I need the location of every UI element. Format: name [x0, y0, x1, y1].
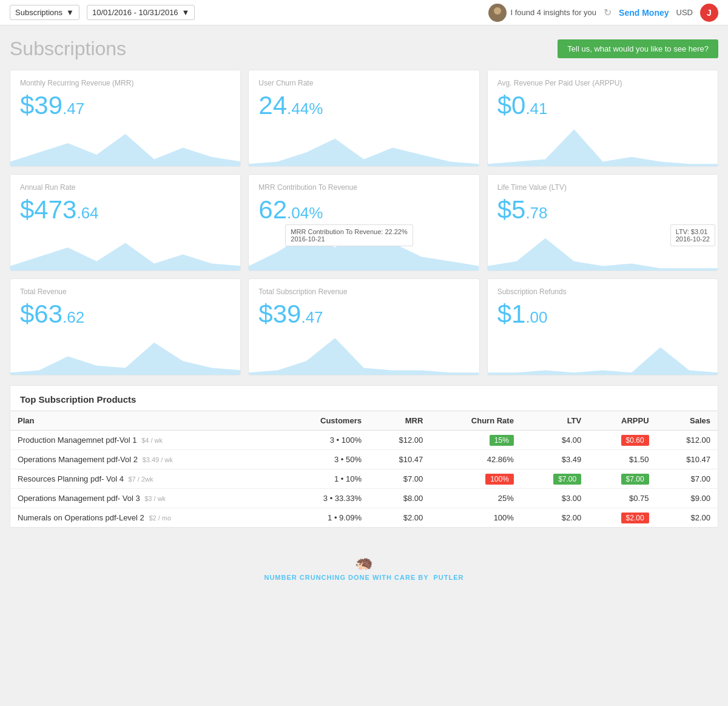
- insights-text: I found 4 insights for you: [510, 8, 596, 17]
- cell-mrr-0: $12.00: [369, 431, 430, 450]
- page-title: Subscriptions: [10, 38, 126, 60]
- calendar-icon: ▼: [182, 8, 190, 17]
- cell-plan-2: Resources Planning pdf- Vol 4 $7 / 2wk: [10, 469, 280, 489]
- table-body: Production Managemnet pdf-Vol 1 $4 / wk3…: [10, 431, 718, 528]
- cell-customers-1: 3 • 50%: [280, 450, 369, 469]
- page-body: Subscriptions Tell us, what would you li…: [0, 25, 728, 540]
- header: Subscriptions ▼ 10/01/2016 - 10/31/2016 …: [0, 0, 728, 25]
- table-row-0[interactable]: Production Managemnet pdf-Vol 1 $4 / wk3…: [10, 431, 718, 450]
- cell-customers-3: 3 • 33.33%: [280, 489, 369, 508]
- sparkline-1: [249, 118, 479, 166]
- page-title-row: Subscriptions Tell us, what would you li…: [10, 38, 718, 60]
- cell-churn-4: 100%: [430, 508, 521, 528]
- subscriptions-dropdown[interactable]: Subscriptions ▼: [10, 5, 79, 20]
- col-header-4: LTV: [521, 411, 588, 431]
- cell-mrr-2: $7.00: [369, 469, 430, 489]
- metric-label-0: Monthly Recurring Revenue (MRR): [20, 79, 231, 87]
- cell-customers-2: 1 • 10%: [280, 469, 369, 489]
- table-title: Top Subscription Products: [10, 386, 718, 411]
- cell-churn-2: 100%: [430, 469, 521, 489]
- sparkline-3: [10, 222, 240, 271]
- table-row-4[interactable]: Numerals on Operations pdf-Level 2 $2 / …: [10, 508, 718, 528]
- cell-ltv-2: $7.00: [521, 469, 588, 489]
- cell-arppu-0: $0.60: [588, 431, 656, 450]
- cell-plan-3: Operations Management pdf- Vol 3 $3 / wk: [10, 489, 280, 508]
- svg-point-0: [494, 7, 501, 15]
- metric-label-1: User Churn Rate: [258, 79, 469, 87]
- metric-card-7[interactable]: Total Subscription Revenue$39.47: [248, 278, 479, 375]
- sparkline-7: [249, 326, 479, 375]
- cell-customers-4: 1 • 9.09%: [280, 508, 369, 528]
- metric-value-3: $473.64: [20, 195, 231, 224]
- metric-value-4: 62.04%: [258, 195, 469, 224]
- metric-label-2: Avg. Revenue Per Paid User (ARPPU): [497, 79, 708, 87]
- metric-card-4[interactable]: MRR Contribution To Revenue62.04% MRR Co…: [248, 174, 479, 271]
- cell-churn-0: 15%: [430, 431, 521, 450]
- metric-card-3[interactable]: Annual Run Rate$473.64: [10, 174, 241, 271]
- cell-ltv-0: $4.00: [521, 431, 588, 450]
- col-header-0: Plan: [10, 411, 280, 431]
- refresh-icon[interactable]: ↻: [604, 7, 612, 18]
- table-header-row: PlanCustomersMRRChurn RateLTVARPPUSales: [10, 411, 718, 431]
- cell-churn-3: 25%: [430, 489, 521, 508]
- metric-card-8[interactable]: Subscription Refunds$1.00: [487, 278, 718, 375]
- metric-card-1[interactable]: User Churn Rate24.44%: [248, 70, 479, 167]
- metric-card-0[interactable]: Monthly Recurring Revenue (MRR)$39.47: [10, 70, 241, 167]
- cell-sales-3: $9.00: [656, 489, 718, 508]
- cell-arppu-3: $0.75: [588, 489, 656, 508]
- cell-churn-1: 42.86%: [430, 450, 521, 469]
- cell-ltv-1: $3.49: [521, 450, 588, 469]
- cell-sales-2: $7.00: [656, 469, 718, 489]
- footer-icon: 🦔: [15, 554, 713, 571]
- sparkline-5: [488, 222, 718, 271]
- date-range-picker[interactable]: 10/01/2016 - 10/31/2016 ▼: [87, 5, 195, 20]
- sparkline-0: [10, 118, 240, 166]
- metric-label-4: MRR Contribution To Revenue: [258, 183, 469, 192]
- table-row-1[interactable]: Operations Management pdf-Vol 2 $3.49 / …: [10, 450, 718, 469]
- cell-plan-1: Operations Management pdf-Vol 2 $3.49 / …: [10, 450, 280, 469]
- col-header-1: Customers: [280, 411, 369, 431]
- currency-label: USD: [676, 8, 693, 17]
- cell-sales-4: $2.00: [656, 508, 718, 528]
- metric-label-7: Total Subscription Revenue: [258, 287, 469, 296]
- col-header-3: Churn Rate: [430, 411, 521, 431]
- metric-value-2: $0.41: [497, 91, 708, 120]
- cell-arppu-4: $2.00: [588, 508, 656, 528]
- sparkline-8: [488, 326, 718, 375]
- sparkline-2: [488, 118, 718, 166]
- table-row-3[interactable]: Operations Management pdf- Vol 3 $3 / wk…: [10, 489, 718, 508]
- feedback-button[interactable]: Tell us, what would you like to see here…: [558, 39, 718, 58]
- cell-plan-4: Numerals on Operations pdf-Level 2 $2 / …: [10, 508, 280, 528]
- metric-value-0: $39.47: [20, 91, 231, 120]
- cell-plan-0: Production Managemnet pdf-Vol 1 $4 / wk: [10, 431, 280, 450]
- sparkline-6: [10, 326, 240, 375]
- brand-name: PUTLER: [434, 574, 464, 581]
- col-header-5: ARPPU: [588, 411, 656, 431]
- user-avatar[interactable]: J: [700, 4, 718, 22]
- cell-arppu-2: $7.00: [588, 469, 656, 489]
- footer-text: NUMBER CRUNCHING DONE WITH CARE BY PUTLE…: [264, 574, 463, 581]
- metric-label-6: Total Revenue: [20, 287, 231, 296]
- cell-mrr-3: $8.00: [369, 489, 430, 508]
- svg-point-1: [491, 15, 504, 22]
- metric-value-7: $39.47: [258, 300, 469, 329]
- cell-sales-0: $12.00: [656, 431, 718, 450]
- metric-card-6[interactable]: Total Revenue$63.62: [10, 278, 241, 375]
- cell-mrr-4: $2.00: [369, 508, 430, 528]
- insights-section: I found 4 insights for you: [488, 4, 596, 22]
- date-range-label: 10/01/2016 - 10/31/2016: [92, 8, 178, 17]
- footer: 🦔 NUMBER CRUNCHING DONE WITH CARE BY PUT…: [0, 540, 728, 596]
- top-products-table: PlanCustomersMRRChurn RateLTVARPPUSales …: [10, 411, 718, 527]
- metric-card-5[interactable]: Life Time Value (LTV)$5.78 LTV: $3.01201…: [487, 174, 718, 271]
- send-money-button[interactable]: Send Money: [619, 8, 669, 18]
- table-row-2[interactable]: Resources Planning pdf- Vol 4 $7 / 2wk1 …: [10, 469, 718, 489]
- cell-customers-0: 3 • 100%: [280, 431, 369, 450]
- chevron-down-icon: ▼: [66, 8, 74, 17]
- cell-sales-1: $10.47: [656, 450, 718, 469]
- metric-value-5: $5.78: [497, 195, 708, 224]
- dropdown-label: Subscriptions: [15, 8, 62, 17]
- metric-value-8: $1.00: [497, 300, 708, 329]
- metric-label-5: Life Time Value (LTV): [497, 183, 708, 192]
- metric-card-2[interactable]: Avg. Revenue Per Paid User (ARPPU)$0.41: [487, 70, 718, 167]
- insights-avatar: [488, 4, 507, 22]
